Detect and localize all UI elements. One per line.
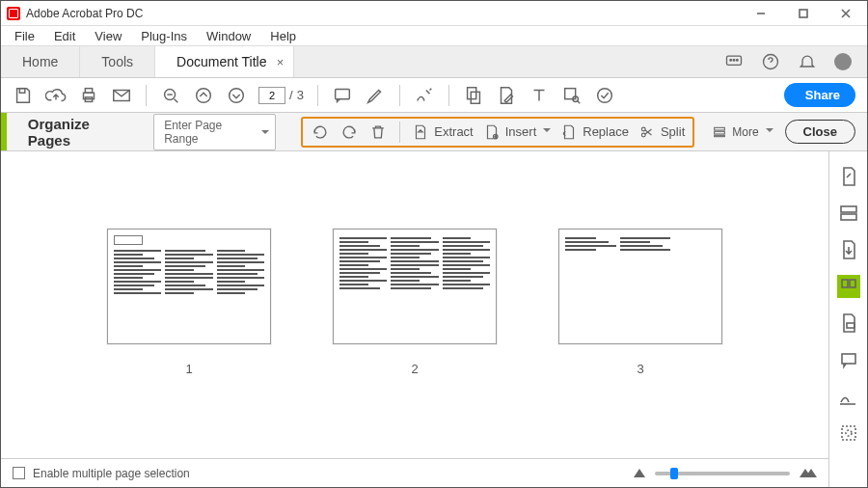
page-thumbnail-2[interactable] — [333, 229, 497, 344]
cloud-upload-icon[interactable] — [45, 85, 67, 106]
page-thumbnail-3[interactable] — [558, 229, 722, 344]
tab-tools[interactable]: Tools — [80, 46, 155, 77]
page-number-2: 2 — [411, 362, 418, 376]
maximize-button[interactable] — [782, 1, 825, 26]
add-text-icon[interactable] — [529, 85, 550, 106]
insert-button[interactable]: Insert — [483, 123, 552, 141]
minimize-button[interactable] — [740, 1, 782, 26]
svg-rect-31 — [715, 131, 725, 134]
organize-accent — [1, 113, 7, 150]
feedback-icon[interactable] — [724, 52, 744, 71]
menu-window[interactable]: Window — [197, 27, 260, 45]
rtool-comment-icon[interactable] — [837, 312, 860, 335]
menu-view[interactable]: View — [85, 27, 131, 45]
menu-bar: File Edit View Plug-Ins Window Help — [1, 26, 867, 45]
rtool-more-icon[interactable] — [837, 421, 860, 445]
highlight-icon[interactable] — [365, 85, 386, 106]
svg-rect-36 — [850, 280, 855, 287]
search-tools-icon[interactable] — [561, 85, 583, 106]
split-button[interactable]: Split — [638, 123, 685, 141]
svg-rect-12 — [85, 88, 92, 93]
svg-rect-35 — [842, 280, 848, 287]
organize-title: Organize Pages — [28, 116, 132, 149]
svg-point-5 — [730, 60, 732, 62]
menu-help[interactable]: Help — [260, 27, 306, 45]
close-tab-icon[interactable]: × — [277, 55, 285, 69]
svg-rect-33 — [841, 206, 856, 212]
create-pdf-icon[interactable] — [463, 85, 484, 106]
help-icon[interactable] — [761, 52, 780, 71]
right-tool-rail — [828, 151, 867, 487]
menu-edit[interactable]: Edit — [44, 27, 85, 45]
print-icon[interactable] — [78, 85, 99, 106]
page-total: 3 — [297, 88, 304, 102]
save-icon[interactable] — [13, 85, 34, 106]
svg-rect-21 — [467, 87, 475, 98]
svg-point-40 — [846, 430, 852, 436]
svg-rect-30 — [715, 127, 725, 130]
page-number-3: 3 — [637, 362, 643, 376]
rtool-create-pdf-icon[interactable] — [837, 165, 860, 188]
svg-point-7 — [737, 60, 739, 62]
zoom-out-button[interactable] — [634, 469, 645, 477]
multiselect-label: Enable multiple page selection — [33, 467, 190, 480]
page-thumbnail-1[interactable] — [107, 229, 271, 344]
svg-point-6 — [733, 60, 735, 62]
page-number-input[interactable] — [258, 87, 285, 104]
close-tool-button[interactable]: Close — [785, 120, 855, 144]
rotate-left-icon[interactable] — [311, 122, 330, 142]
tab-document[interactable]: Document Title × — [155, 46, 294, 77]
share-button[interactable]: Share — [784, 83, 855, 107]
svg-rect-34 — [841, 214, 856, 220]
account-avatar[interactable] — [834, 53, 852, 70]
edit-pdf-icon[interactable] — [496, 85, 517, 106]
checkmark-icon[interactable] — [594, 85, 615, 106]
rotate-right-icon[interactable] — [339, 122, 359, 142]
page-down-icon[interactable] — [226, 85, 247, 106]
svg-rect-1 — [800, 10, 807, 17]
svg-rect-10 — [19, 88, 24, 93]
rtool-fillsign-icon[interactable] — [837, 385, 860, 408]
sign-icon[interactable] — [414, 85, 435, 106]
svg-line-16 — [175, 98, 178, 102]
svg-rect-39 — [842, 426, 855, 440]
svg-rect-32 — [715, 135, 725, 136]
extract-button[interactable]: Extract — [412, 123, 473, 141]
page-number-1: 1 — [185, 362, 192, 376]
svg-point-18 — [197, 88, 211, 102]
svg-point-19 — [230, 88, 244, 102]
acrobat-logo — [7, 7, 20, 20]
delete-page-icon[interactable] — [368, 122, 388, 142]
svg-line-25 — [577, 100, 580, 103]
menu-file[interactable]: File — [5, 27, 44, 45]
organize-actions-highlight: Extract Insert Replace Split — [301, 117, 694, 148]
replace-button[interactable]: Replace — [560, 123, 629, 141]
tab-home[interactable]: Home — [1, 46, 80, 77]
share-label: Share — [805, 88, 840, 102]
rtool-combine-icon[interactable] — [837, 202, 860, 225]
more-dropdown[interactable]: More — [712, 124, 773, 140]
svg-rect-37 — [847, 323, 854, 328]
svg-rect-22 — [471, 92, 479, 103]
svg-rect-38 — [842, 354, 855, 364]
notification-icon[interactable] — [798, 52, 817, 71]
zoom-slider[interactable] — [655, 472, 790, 475]
multiselect-checkbox[interactable] — [13, 467, 25, 479]
tab-document-label: Document Title — [176, 54, 266, 69]
page-up-icon[interactable] — [193, 85, 214, 106]
rtool-note-icon[interactable] — [837, 348, 860, 371]
svg-point-26 — [598, 88, 612, 102]
menu-plugins[interactable]: Plug-Ins — [131, 27, 197, 45]
page-range-dropdown[interactable]: Enter Page Range — [153, 114, 276, 150]
page-indicator: / 3 — [258, 87, 304, 104]
svg-rect-20 — [336, 89, 350, 98]
rtool-organize-icon[interactable] — [837, 275, 860, 298]
comment-icon[interactable] — [332, 85, 353, 106]
window-title: Adobe Acrobat Pro DC — [26, 7, 143, 20]
rtool-export-icon[interactable] — [837, 238, 860, 261]
zoom-out-icon[interactable] — [160, 85, 181, 106]
email-icon[interactable] — [111, 85, 132, 106]
zoom-in-button[interactable] — [800, 469, 811, 477]
close-window-button[interactable] — [825, 1, 867, 26]
